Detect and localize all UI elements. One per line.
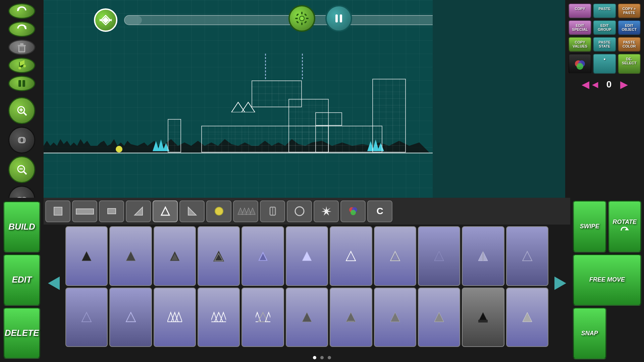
settings-button[interactable]: [288, 5, 315, 32]
obj-spike-extra[interactable]: [506, 288, 548, 347]
nav-right-arrow[interactable]: [552, 275, 569, 292]
dot-1[interactable]: [313, 356, 316, 359]
tab-letter-c[interactable]: C: [367, 200, 392, 222]
tab-orb[interactable]: [206, 200, 231, 222]
zoom-out-button[interactable]: [8, 156, 35, 183]
edit-object-button[interactable]: EDIT OBJECT: [618, 20, 641, 35]
obj-spike-11[interactable]: [506, 226, 548, 286]
obj-spike-12[interactable]: [65, 288, 108, 347]
game-canvas[interactable]: [44, 0, 433, 198]
obj-spike-20[interactable]: [418, 288, 460, 347]
svg-marker-74: [126, 251, 136, 261]
obj-spike-8[interactable]: [374, 226, 416, 286]
obj-spike-16[interactable]: [241, 288, 284, 347]
obj-spike-17[interactable]: [286, 288, 328, 347]
svg-marker-104: [390, 312, 400, 322]
copy-paste-button[interactable]: COPY + PASTE: [618, 3, 641, 18]
tab-circle[interactable]: [287, 200, 312, 222]
obj-spike-4[interactable]: [198, 226, 240, 286]
go-to-layer-button[interactable]: ●: [593, 54, 616, 74]
copy-values-button[interactable]: COPY VALUES: [569, 37, 591, 52]
tab-wide-block[interactable]: [72, 200, 97, 222]
platform-left: [168, 119, 181, 153]
copy-paste-row: COPY PASTE COPY + PASTE: [569, 3, 641, 18]
tab-angled-block[interactable]: [126, 200, 151, 222]
svg-marker-73: [82, 251, 91, 261]
dot-3[interactable]: [328, 356, 331, 359]
paste-color-button[interactable]: PASTE COLOR: [618, 37, 641, 52]
obj-spike-18[interactable]: [330, 288, 372, 347]
obj-spike-6[interactable]: [286, 226, 328, 286]
build-button[interactable]: BUILD: [3, 201, 40, 252]
free-move-button[interactable]: FREE MOVE: [573, 254, 641, 306]
bottom-toolbar: BUILD EDIT DELETE: [0, 198, 644, 362]
paste-state-button[interactable]: PASTE STATE: [593, 37, 616, 52]
edit-row: EDIT SPECIAL EDIT GROUP EDIT OBJECT: [569, 20, 641, 35]
deselect-button[interactable]: DE-SELECT: [618, 54, 641, 74]
svg-marker-89: [82, 312, 91, 322]
delete-button[interactable]: DELETE: [3, 307, 40, 359]
obj-spike-15[interactable]: [198, 288, 240, 347]
link-button[interactable]: [8, 127, 35, 154]
tab-thin-block[interactable]: [99, 200, 124, 222]
trash-button[interactable]: [8, 40, 35, 55]
svg-marker-110: [625, 228, 629, 230]
layer-row: ● DE-SELECT: [569, 54, 641, 74]
svg-rect-11: [18, 80, 21, 87]
rotate-button[interactable]: ROTATE: [608, 200, 642, 252]
svg-rect-50: [340, 14, 342, 22]
tab-chain[interactable]: [260, 200, 285, 222]
copy-button[interactable]: COPY: [569, 3, 591, 18]
obj-spike-7[interactable]: [330, 226, 372, 286]
tab-spike-row[interactable]: [233, 200, 258, 222]
nav-left-arrow[interactable]: [45, 275, 62, 292]
tab-slope[interactable]: [179, 200, 205, 222]
svg-marker-109: [523, 312, 532, 322]
svg-marker-58: [161, 207, 169, 215]
dot-2[interactable]: [320, 356, 324, 359]
obj-spike-14[interactable]: [154, 288, 196, 347]
platform-complex: [201, 82, 396, 153]
obj-spike-2[interactable]: [109, 226, 152, 286]
svg-marker-81: [302, 251, 312, 261]
obj-spike-1[interactable]: [65, 226, 108, 286]
swipe-button[interactable]: SWIPE: [573, 200, 606, 252]
layer-next[interactable]: ▶: [620, 78, 628, 90]
tab-spike[interactable]: [153, 200, 178, 222]
edit-button[interactable]: EDIT: [3, 254, 40, 305]
progress-bar: [124, 15, 433, 25]
obj-spike-13[interactable]: [109, 288, 152, 347]
svg-point-9: [18, 67, 21, 69]
edit-group-button[interactable]: EDIT GROUP: [593, 20, 616, 35]
svg-rect-4: [20, 43, 23, 45]
svg-rect-43: [295, 18, 298, 19]
svg-marker-72: [554, 277, 566, 290]
zoom-in-button[interactable]: [8, 97, 35, 124]
tab-square-block[interactable]: [45, 200, 70, 222]
obj-spike-5[interactable]: [241, 226, 284, 286]
svg-rect-56: [108, 208, 116, 214]
svg-point-10: [23, 65, 26, 67]
layer-prev-small[interactable]: ◀: [592, 80, 598, 89]
obj-spike-9[interactable]: [418, 226, 460, 286]
obj-spike-10[interactable]: [462, 226, 504, 286]
music-button[interactable]: [8, 58, 35, 73]
tab-color[interactable]: [340, 200, 366, 222]
undo-button[interactable]: [8, 3, 35, 19]
obj-spike-19[interactable]: [374, 288, 416, 347]
snap-button[interactable]: SNAP: [573, 307, 606, 359]
tab-starburst[interactable]: [314, 200, 339, 222]
pause-button[interactable]: [325, 5, 352, 32]
redo-button[interactable]: [8, 21, 35, 37]
play-stop-button[interactable]: [8, 76, 35, 91]
layer-prev-large[interactable]: ◀: [582, 78, 589, 90]
edit-special-button[interactable]: EDIT SPECIAL: [569, 20, 591, 35]
paste-button[interactable]: PASTE: [593, 3, 616, 18]
object-grid: [64, 225, 550, 349]
color-select-button[interactable]: [569, 54, 591, 74]
svg-marker-101: [302, 312, 312, 322]
obj-spike-21[interactable]: [462, 288, 504, 347]
progress-icon: [94, 8, 117, 32]
tab-bar: C: [44, 198, 570, 225]
obj-spike-3[interactable]: [154, 226, 196, 286]
